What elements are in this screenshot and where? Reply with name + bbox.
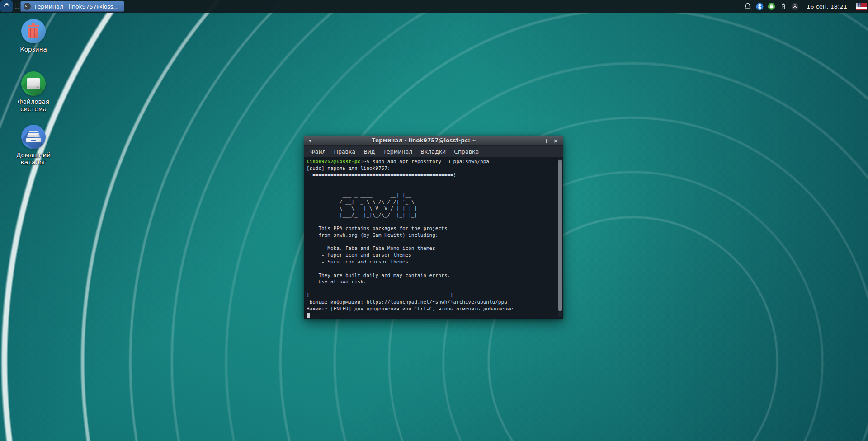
desktop-icon-label: Домашний каталог [10, 152, 57, 166]
software-updater-icon[interactable] [768, 3, 775, 10]
notifications-icon[interactable] [744, 3, 752, 10]
window-menu-chevron-icon[interactable]: ▾ [304, 138, 316, 143]
filesystem-icon [21, 71, 46, 96]
trash-icon [21, 19, 46, 43]
menu-item-file[interactable]: Файл [306, 146, 330, 157]
terminal-content[interactable]: linok9757@losst-pc:~$ sudo add-apt-repos… [304, 157, 563, 318]
taskbar-window-button[interactable]: >_ Терминал - linok9757@loss… [20, 1, 124, 12]
terminal-cursor [307, 313, 310, 318]
terminal-output: linok9757@losst-pc:~$ sudo add-apt-repos… [307, 159, 557, 318]
desktop[interactable]: >_ Терминал - linok9757@loss… 16 сен, 18… [0, 0, 868, 441]
terminal-window: ▾ Терминал - linok9757@losst-pc: ~ − + ×… [304, 136, 563, 319]
system-tray: 16 сен, 18:21 [744, 3, 868, 10]
applications-menu-button[interactable] [0, 0, 13, 12]
titlebar[interactable]: ▾ Терминал - linok9757@losst-pc: ~ − + × [304, 136, 563, 146]
menu-item-terminal[interactable]: Терминал [379, 146, 416, 157]
maximize-button[interactable]: + [542, 137, 551, 144]
top-panel: >_ Терминал - linok9757@loss… 16 сен, 18… [0, 0, 868, 13]
battery-icon[interactable] [779, 3, 787, 10]
desktop-icon-label: Файловая система [10, 99, 57, 113]
taskbar-window-label: Терминал - linok9757@loss… [34, 3, 119, 10]
desktop-icon-trash[interactable]: Корзина [10, 19, 57, 53]
us-flag-icon[interactable] [856, 3, 867, 10]
terminal-scrollbar [558, 158, 562, 317]
bluetooth-icon[interactable] [756, 3, 764, 10]
xubuntu-logo-icon [3, 2, 10, 11]
menu-item-view[interactable]: Вид [359, 146, 379, 157]
terminal-icon: >_ [24, 3, 31, 10]
desktop-icon-home[interactable]: Домашний каталог [10, 125, 57, 166]
scrollbar-thumb[interactable] [558, 160, 562, 311]
panel-grip[interactable] [14, 2, 19, 10]
menu-item-edit[interactable]: Правка [330, 146, 360, 157]
close-button[interactable]: × [551, 137, 561, 144]
clock[interactable]: 16 сен, 18:21 [807, 3, 847, 10]
volume-icon[interactable] [791, 3, 799, 10]
desktop-icon-label: Корзина [20, 46, 47, 53]
menu-item-tabs[interactable]: Вкладки [416, 146, 450, 157]
desktop-icon-filesystem[interactable]: Файловая система [10, 71, 57, 113]
menu-item-help[interactable]: Справка [450, 146, 483, 157]
menubar: Файл Правка Вид Терминал Вкладки Справка [304, 146, 563, 157]
home-folder-icon [21, 125, 46, 149]
window-title: Терминал - linok9757@losst-pc: ~ [316, 137, 532, 144]
minimize-button[interactable]: − [532, 137, 542, 144]
